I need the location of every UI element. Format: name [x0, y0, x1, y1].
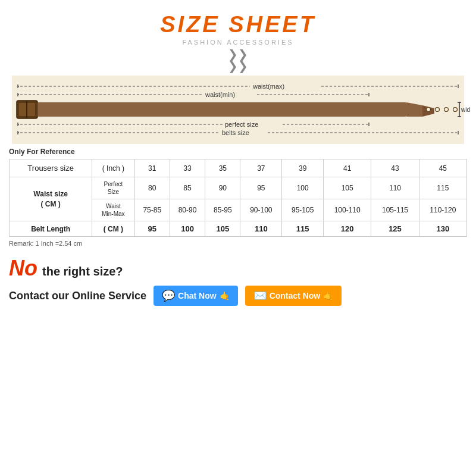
- wr-105-115: 105-115: [371, 199, 419, 221]
- bl-115: 115: [282, 221, 324, 237]
- bl-125: 125: [371, 221, 419, 237]
- hand-icon-chat: 🤙: [220, 291, 230, 300]
- svg-point-21: [444, 108, 449, 112]
- contact-row: Contact our Online Service 💬 Chat Now 🤙 …: [9, 286, 467, 306]
- bl-120: 120: [324, 221, 371, 237]
- ps-80: 80: [134, 177, 170, 199]
- svg-text:perfect size: perfect size: [225, 121, 258, 128]
- wr-110-120: 110-120: [419, 199, 466, 221]
- waist-size-label: Waist size( CM ): [10, 177, 92, 221]
- wr-75-85: 75-85: [134, 199, 170, 221]
- mail-icon: ✉️: [253, 289, 267, 302]
- perfect-size-sublabel: PerfectSize: [92, 177, 134, 199]
- ps-105: 105: [324, 177, 371, 199]
- col-45: 45: [419, 159, 466, 177]
- wr-95-105: 95-105: [282, 199, 324, 221]
- col-39: 39: [282, 159, 324, 177]
- col-31: 31: [134, 159, 170, 177]
- belt-length-row: Belt Length ( CM ) 95 100 105 110 115 12…: [10, 221, 467, 237]
- svg-text:width: width: [461, 107, 470, 113]
- chat-btn-label: Chat Now: [178, 291, 217, 300]
- contact-btn-label: Contact Now: [270, 291, 321, 300]
- ps-110: 110: [371, 177, 419, 199]
- chevrons-icon: ❯❯❯❯: [6, 48, 470, 72]
- table-header-row: Trousers size ( Inch ) 31 33 35 37 39 41…: [10, 159, 467, 177]
- no-size-section: No the right size? Contact our Online Se…: [9, 256, 467, 306]
- ps-100: 100: [282, 177, 324, 199]
- bl-100: 100: [170, 221, 205, 237]
- ps-85: 85: [170, 177, 205, 199]
- header: SIZE SHEET FASHION ACCESSORIES ❯❯❯❯: [6, 12, 470, 72]
- only-ref-label: Only For Reference: [9, 148, 467, 156]
- remark-text: Remark: 1 Inch =2.54 cm: [9, 240, 467, 247]
- wr-80-90: 80-90: [170, 199, 205, 221]
- bl-110: 110: [240, 221, 282, 237]
- chat-now-button[interactable]: 💬 Chat Now 🤙: [154, 286, 238, 306]
- col-37: 37: [240, 159, 282, 177]
- belt-diagram: waist(max) waist(min): [6, 76, 470, 144]
- svg-point-22: [453, 108, 458, 112]
- no-size-title: No the right size?: [9, 256, 467, 281]
- contact-now-button[interactable]: ✉️ Contact Now 🤙: [245, 286, 342, 306]
- svg-point-19: [427, 108, 431, 112]
- svg-text:belts size: belts size: [222, 129, 249, 136]
- page-subtitle: FASHION ACCESSORIES: [6, 39, 470, 46]
- col-33: 33: [170, 159, 205, 177]
- ps-90: 90: [205, 177, 240, 199]
- wr-85-95: 85-95: [205, 199, 240, 221]
- size-table: Trousers size ( Inch ) 31 33 35 37 39 41…: [9, 159, 467, 237]
- waist-min-max-sublabel: WaistMin-Max: [92, 199, 134, 221]
- page-title: SIZE SHEET: [6, 12, 470, 37]
- ps-115: 115: [419, 177, 466, 199]
- wr-90-100: 90-100: [240, 199, 282, 221]
- wr-100-110: 100-110: [324, 199, 371, 221]
- bl-105: 105: [205, 221, 240, 237]
- right-size-text: the right size?: [42, 265, 123, 278]
- svg-rect-16: [37, 102, 406, 117]
- col-35: 35: [205, 159, 240, 177]
- col-41: 41: [324, 159, 371, 177]
- belt-length-label: Belt Length: [10, 221, 92, 237]
- col-43: 43: [371, 159, 419, 177]
- inch-header: ( Inch ): [92, 159, 134, 177]
- contact-label: Contact our Online Service: [9, 290, 146, 302]
- svg-text:waist(max): waist(max): [252, 83, 284, 90]
- belt-length-unit: ( CM ): [92, 221, 134, 237]
- no-text: No: [9, 256, 37, 281]
- svg-point-20: [436, 108, 440, 112]
- bl-130: 130: [419, 221, 466, 237]
- hand-icon-contact: 🤙: [323, 291, 333, 300]
- ps-95: 95: [240, 177, 282, 199]
- svg-text:waist(min): waist(min): [205, 91, 235, 98]
- chat-icon: 💬: [162, 289, 175, 302]
- perfect-size-row: Waist size( CM ) PerfectSize 80 85 90 95…: [10, 177, 467, 199]
- trousers-size-header: Trousers size: [10, 159, 92, 177]
- bl-95: 95: [134, 221, 170, 237]
- belt-svg: waist(max) waist(min): [6, 76, 470, 144]
